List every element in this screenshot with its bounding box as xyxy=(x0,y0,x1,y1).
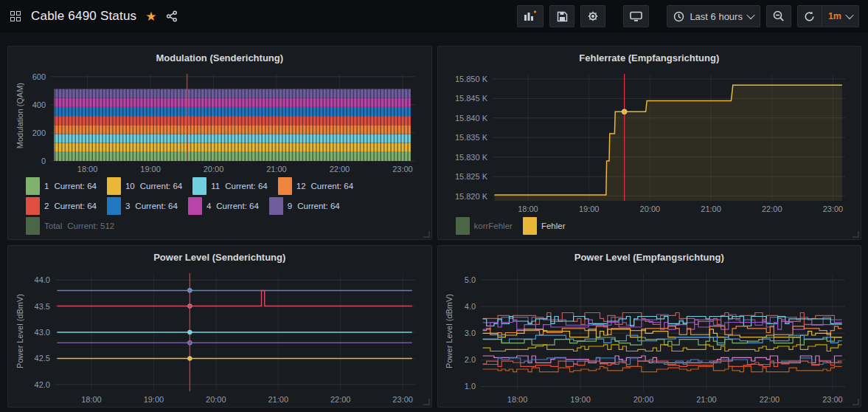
y-axis-label: Power Level (dBmV) xyxy=(15,294,24,368)
svg-text:600: 600 xyxy=(32,72,46,81)
apps-grid-icon[interactable] xyxy=(9,11,21,21)
svg-text:3.0: 3.0 xyxy=(464,329,475,337)
svg-text:15.835 K: 15.835 K xyxy=(454,133,487,142)
svg-text:2.0: 2.0 xyxy=(464,355,475,364)
refresh-interval-label: 1m xyxy=(828,11,841,21)
panel-power-receive: Power Level (Empfangsrichtung) Power Lev… xyxy=(437,245,862,408)
svg-text:18:00: 18:00 xyxy=(77,165,98,174)
svg-text:15.825 K: 15.825 K xyxy=(454,172,487,181)
panel-title[interactable]: Fehlerrate (Empfangsrichtung) xyxy=(444,49,855,67)
legend-item[interactable]: 10Current: 64 xyxy=(107,177,182,195)
panel-power-send: Power Level (Senderichtung) Power Level … xyxy=(7,245,432,408)
tv-monitor-icon xyxy=(630,11,642,22)
svg-text:18:00: 18:00 xyxy=(507,395,527,404)
power-send-chart[interactable]: 18:0019:0020:0021:0022:0023:0042.042.543… xyxy=(25,267,426,405)
panel-resize-handle[interactable] xyxy=(423,399,430,405)
dashboard-settings-button[interactable] xyxy=(580,5,605,27)
refresh-icon xyxy=(804,11,815,22)
svg-text:44.0: 44.0 xyxy=(35,275,50,284)
dashboard-toolbar: Last 6 hours 1m xyxy=(517,5,859,27)
data-point-marker xyxy=(187,340,192,345)
data-point-marker xyxy=(187,356,192,360)
svg-text:20:00: 20:00 xyxy=(639,205,660,213)
svg-text:22:00: 22:00 xyxy=(330,395,351,404)
dashboard-grid: Modulation (Senderichtung) Modulation (Q… xyxy=(0,32,868,412)
fehlerrate-chart[interactable]: 18:0019:0020:0021:0022:0023:0015.820 K15… xyxy=(444,67,855,215)
refresh-button-group: 1m xyxy=(797,5,859,27)
modulation-chart[interactable]: 18:0019:0020:0021:0022:0023:000200400600 xyxy=(25,67,426,175)
svg-text:15.830 K: 15.830 K xyxy=(454,153,487,162)
legend-item[interactable]: 12Current: 64 xyxy=(278,177,353,195)
panel-title[interactable]: Modulation (Senderichtung) xyxy=(14,49,426,67)
svg-text:400: 400 xyxy=(32,100,46,109)
data-point-marker xyxy=(187,288,192,292)
panel-resize-handle[interactable] xyxy=(853,231,859,238)
legend-item[interactable]: 11Current: 64 xyxy=(192,177,267,195)
zoom-out-button[interactable] xyxy=(766,5,791,27)
favorite-star-icon[interactable]: ★ xyxy=(145,10,156,23)
svg-text:19:00: 19:00 xyxy=(578,205,599,213)
legend-color-dash xyxy=(26,217,40,235)
svg-text:1.0: 1.0 xyxy=(464,382,475,391)
add-panel-button[interactable] xyxy=(517,5,544,27)
legend-item[interactable]: korrFehler xyxy=(456,217,513,235)
legend: korrFehlerFehler xyxy=(444,215,855,238)
svg-text:21:00: 21:00 xyxy=(701,205,721,213)
legend-color-dash xyxy=(107,197,121,215)
legend-color-dash xyxy=(456,217,470,235)
save-dashboard-button[interactable] xyxy=(549,5,574,27)
svg-text:23:00: 23:00 xyxy=(822,205,843,213)
panel-fehlerrate: Fehlerrate (Empfangsrichtung) 18:0019:00… xyxy=(437,46,862,240)
refresh-interval-picker[interactable]: 1m xyxy=(822,5,859,27)
refresh-button[interactable] xyxy=(797,5,822,27)
legend-item[interactable]: 9Current: 64 xyxy=(269,197,340,215)
svg-text:43.5: 43.5 xyxy=(35,302,50,311)
data-point-marker xyxy=(187,304,192,309)
legend-item[interactable]: 4Current: 64 xyxy=(188,197,259,215)
svg-text:200: 200 xyxy=(32,128,46,137)
chart-canvas[interactable]: 18:0019:0020:0021:0022:0023:0015.820 K15… xyxy=(444,67,855,215)
panel-title[interactable]: Power Level (Senderichtung) xyxy=(14,249,426,267)
svg-text:20:00: 20:00 xyxy=(204,165,224,174)
cycle-view-mode-button[interactable] xyxy=(623,5,649,27)
panel-resize-handle[interactable] xyxy=(423,231,430,238)
svg-text:19:00: 19:00 xyxy=(570,395,591,404)
svg-text:42.5: 42.5 xyxy=(35,354,50,363)
legend-color-dash xyxy=(26,177,40,195)
svg-text:4.0: 4.0 xyxy=(464,302,475,311)
svg-text:20:00: 20:00 xyxy=(633,395,653,404)
power-receive-chart[interactable]: 18:0019:0020:0021:0022:0023:001.02.03.04… xyxy=(455,267,855,405)
svg-text:42.0: 42.0 xyxy=(35,380,50,389)
legend-item[interactable]: Fehler xyxy=(523,217,566,235)
data-point-marker xyxy=(187,330,192,334)
legend-item[interactable]: 1Current: 64 xyxy=(26,177,97,195)
svg-text:0: 0 xyxy=(41,157,46,165)
svg-text:21:00: 21:00 xyxy=(696,395,717,404)
legend-item[interactable]: 3Current: 64 xyxy=(107,197,178,215)
legend-color-dash xyxy=(188,197,202,215)
zoom-out-icon xyxy=(773,10,785,22)
dashboard-title: Cable 6490 Status xyxy=(31,9,136,24)
svg-text:15.820 K: 15.820 K xyxy=(454,192,487,201)
time-range-label: Last 6 hours xyxy=(690,11,743,22)
legend-color-dash xyxy=(523,217,537,235)
legend-item[interactable]: 2Current: 64 xyxy=(26,197,97,215)
svg-text:23:00: 23:00 xyxy=(822,395,843,404)
share-icon[interactable] xyxy=(166,10,178,22)
clock-icon xyxy=(673,11,684,22)
panel-resize-handle[interactable] xyxy=(853,399,859,405)
svg-text:18:00: 18:00 xyxy=(81,395,102,404)
svg-text:43.0: 43.0 xyxy=(35,328,50,337)
chart-canvas[interactable]: 18:0019:0020:0021:0022:0023:0042.042.543… xyxy=(25,267,426,405)
chart-canvas[interactable]: 18:0019:0020:0021:0022:0023:001.02.03.04… xyxy=(455,267,855,405)
svg-text:18:00: 18:00 xyxy=(518,205,538,213)
legend: 1Current: 6410Current: 6411Current: 6412… xyxy=(14,175,426,238)
legend-color-dash xyxy=(107,177,121,195)
time-range-picker[interactable]: Last 6 hours xyxy=(667,5,760,27)
chart-canvas[interactable]: 18:0019:0020:0021:0022:0023:000200400600 xyxy=(25,67,426,175)
legend-item[interactable]: TotalCurrent: 512 xyxy=(26,217,114,235)
panel-title[interactable]: Power Level (Empfangsrichtung) xyxy=(444,249,855,267)
top-navbar: Cable 6490 Status ★ xyxy=(0,0,868,32)
svg-text:23:00: 23:00 xyxy=(392,165,413,174)
y-axis-label: Power Level (dBmV) xyxy=(445,294,454,368)
